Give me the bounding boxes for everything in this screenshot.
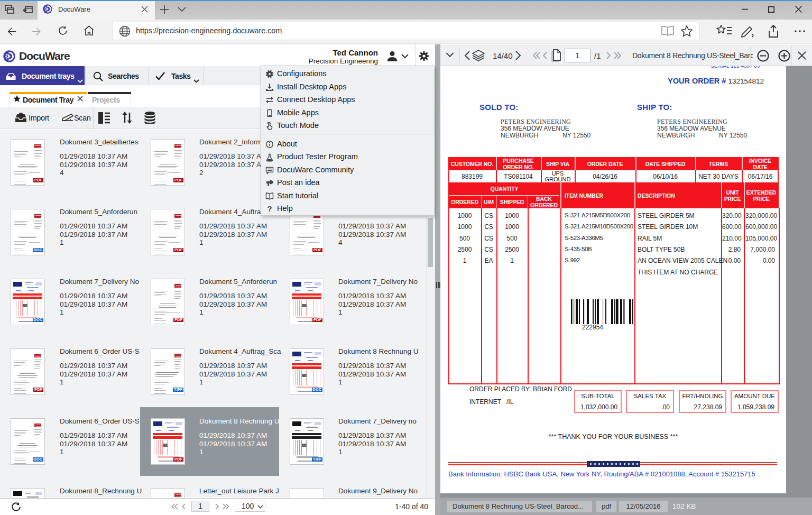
svg-text:?: ?: [267, 205, 272, 213]
